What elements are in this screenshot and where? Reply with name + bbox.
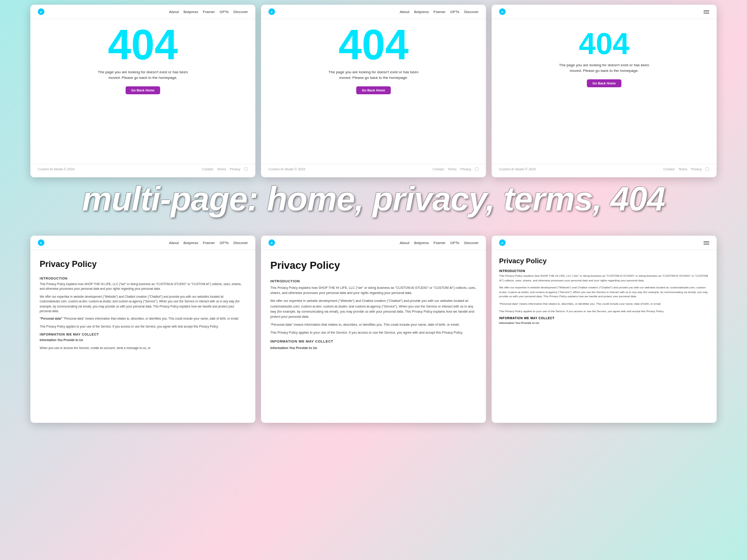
nav-gpts-pc[interactable]: GPTs (450, 241, 459, 245)
error-message: The page you are looking for doesn't exi… (96, 70, 190, 81)
panel-404-left: c About Botpress Framer GPTs Discover 40… (30, 5, 255, 177)
error-code-center: 404 (338, 24, 409, 66)
nav-framer-pl[interactable]: Framer (203, 241, 215, 245)
nav-about-pl[interactable]: About (169, 241, 179, 245)
logo-letter-pc: c (271, 241, 273, 245)
collect-heading-left: INFORMATION WE MAY COLLECT (40, 333, 246, 336)
nav-gpts-pl[interactable]: GPTs (219, 241, 229, 245)
nav-links-pc: About Botpress Framer GPTs Discover (400, 241, 479, 245)
intro-heading-left: INTRODUCTION (40, 277, 246, 280)
footer-terms-m[interactable]: Terms (678, 168, 687, 171)
panel-footer-left: Custom AI Studio © 2024 Contact Terms Pr… (30, 164, 255, 174)
nav-discover-c[interactable]: Discover (464, 10, 479, 14)
footer-icon-m (705, 167, 709, 171)
hamburger-line-pm-1 (704, 241, 709, 242)
panel-404-mobile-body: 404 The page you are looking for doesn't… (492, 19, 717, 164)
footer-privacy-c[interactable]: Privacy (460, 168, 471, 171)
collect-heading-mobile: INFORMATION WE MAY COLLECT (499, 316, 709, 320)
error-code-mobile: 404 (579, 28, 629, 59)
nav-about-pc[interactable]: About (400, 241, 409, 245)
error-message-mobile: The page you are looking for doesn't exi… (557, 63, 651, 74)
hamburger-line-pm-2 (704, 243, 709, 243)
nav-logo: c (38, 8, 44, 15)
footer-contact[interactable]: Contact (202, 168, 213, 171)
error-message-center: The page you are looking for doesn't exi… (327, 70, 420, 81)
privacy-content-left: Privacy Policy INTRODUCTION This Privacy… (30, 250, 255, 423)
error-content-mobile: 404 The page you are looking for doesn't… (492, 19, 717, 96)
go-back-home-button[interactable]: Go Back Home (126, 86, 160, 94)
intro-text-left: This Privacy Policy explains how SHOP TH… (40, 282, 246, 292)
panel-404-left-body: 404 The page you are looking for doesn't… (30, 19, 255, 164)
logo-letter-mobile: c (501, 10, 503, 14)
panel-nav-mobile: c (492, 5, 717, 19)
nav-gpts[interactable]: GPTs (219, 10, 229, 14)
footer-copyright-c: Custom AI Studio © 2024 (268, 168, 305, 171)
nav-logo-mobile: c (499, 8, 506, 15)
nav-links-pl: About Botpress Framer GPTs Discover (169, 241, 248, 245)
personal-data-center: "Personal data" means information that r… (270, 322, 477, 327)
footer-icon-c (475, 167, 479, 171)
nav-framer-pc[interactable]: Framer (434, 241, 446, 245)
collect-heading-center: INFORMATION WE MAY COLLECT (270, 339, 477, 343)
footer-contact-m[interactable]: Contact (663, 168, 675, 171)
panel-404-mobile: c 404 The page you are looking for doesn… (492, 5, 717, 177)
provide-heading-mobile: Information You Provide to Us (499, 321, 709, 326)
intro-heading-center: INTRODUCTION (270, 279, 477, 283)
nav-gpts-c[interactable]: GPTs (450, 10, 459, 14)
nav-framer[interactable]: Framer (203, 10, 215, 14)
privacy-content-mobile: Privacy Policy INTRODUCTION This Privacy… (492, 250, 717, 423)
provide-text-left: When you use or access the Service, crea… (40, 346, 246, 350)
go-back-home-button-mobile[interactable]: Go Back Home (587, 79, 621, 87)
top-panels-row: c About Botpress Framer GPTs Discover 40… (30, 5, 717, 177)
hamburger-line-pm-3 (704, 244, 709, 245)
footer-privacy-m[interactable]: Privacy (691, 168, 702, 171)
nav-discover-pl[interactable]: Discover (233, 241, 248, 245)
footer-copyright-m: Custom AI Studio © 2024 (499, 168, 536, 171)
nav-logo-pc: c (268, 239, 275, 246)
privacy-title-left: Privacy Policy (40, 259, 246, 269)
service-text-mobile: We offer our expertise in website develo… (499, 286, 709, 299)
logo-letter-center: c (271, 10, 273, 14)
nav-botpress-pl[interactable]: Botpress (183, 241, 198, 245)
applies-center: This Privacy Policy applies to your use … (270, 330, 477, 335)
footer-terms-c[interactable]: Terms (448, 168, 457, 171)
nav-links: About Botpress Framer GPTs Discover (169, 10, 248, 14)
logo-letter-pl: c (40, 241, 42, 245)
footer-terms[interactable]: Terms (217, 168, 226, 171)
nav-discover[interactable]: Discover (233, 10, 248, 14)
nav-botpress[interactable]: Botpress (183, 10, 198, 14)
provide-heading-center: Information You Provide to Us (270, 345, 477, 350)
intro-heading-mobile: INTRODUCTION (499, 269, 709, 273)
privacy-content-center: Privacy Policy INTRODUCTION This Privacy… (261, 250, 486, 423)
footer-contact-c[interactable]: Contact (433, 168, 444, 171)
service-text-center: We offer our expertise in website develo… (270, 298, 477, 319)
footer-icon (244, 167, 248, 171)
nav-about[interactable]: About (169, 10, 179, 14)
panel-nav-center: c About Botpress Framer GPTs Discover (261, 5, 486, 19)
nav-about-c[interactable]: About (400, 10, 409, 14)
footer-links-c: Contact Terms Privacy (433, 167, 479, 171)
error-content-center: 404 The page you are looking for doesn't… (261, 19, 486, 99)
nav-botpress-c[interactable]: Botpress (414, 10, 429, 14)
nav-botpress-pc[interactable]: Botpress (414, 241, 429, 245)
panel-nav-priv-mobile: c (492, 236, 717, 250)
panel-footer-mobile: Custom AI Studio © 2024 Contact Terms Pr… (492, 164, 717, 174)
go-back-home-button-center[interactable]: Go Back Home (356, 86, 391, 94)
service-text-left: We offer our expertise in website develo… (40, 294, 246, 314)
hamburger-line-1 (704, 10, 709, 11)
nav-links-center: About Botpress Framer GPTs Discover (400, 10, 479, 14)
applies-text-left: This Privacy Policy applies to your use … (40, 324, 246, 329)
intro-text-mobile: This Privacy Policy explains how SHOP TH… (499, 274, 709, 283)
nav-logo-pm: c (499, 239, 506, 246)
hamburger-line-2 (704, 12, 709, 12)
footer-privacy[interactable]: Privacy (230, 168, 240, 171)
panel-privacy-mobile: c Privacy Policy INTRODUCTION This Priva… (492, 236, 717, 423)
nav-discover-pc[interactable]: Discover (464, 241, 479, 245)
panel-footer-center: Custom AI Studio © 2024 Contact Terms Pr… (261, 164, 486, 174)
hamburger-menu-icon[interactable] (704, 10, 709, 14)
intro-text-center: This Privacy Policy explains how SHOP TH… (270, 285, 477, 295)
applies-mobile: This Privacy Policy applies to your use … (499, 309, 709, 314)
nav-framer-c[interactable]: Framer (434, 10, 446, 14)
privacy-title-center: Privacy Policy (270, 259, 477, 272)
hamburger-menu-icon-pm[interactable] (704, 241, 709, 245)
